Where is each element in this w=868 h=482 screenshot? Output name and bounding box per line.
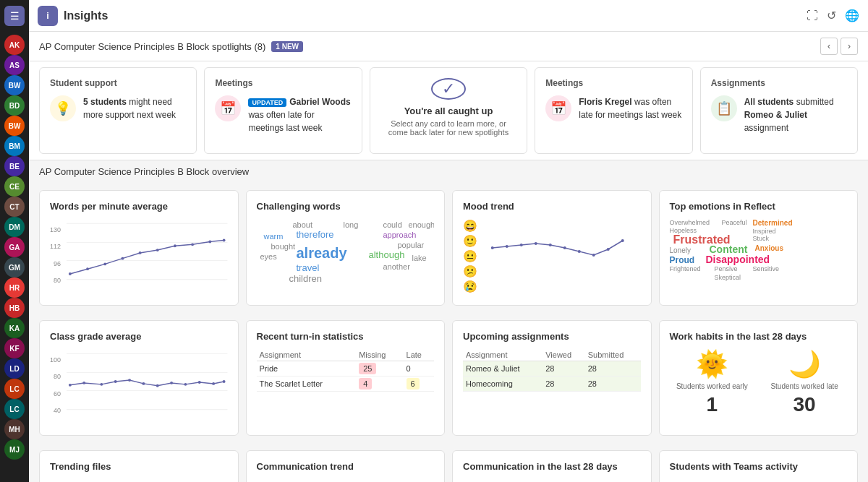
communication-trend-widget[interactable]: Communication trend <box>246 450 446 482</box>
teams-activity-widget[interactable]: Students with Teams activity <box>659 450 859 482</box>
sidebar-avatar-hb[interactable]: HB <box>4 298 25 318</box>
sidebar-avatar-gm[interactable]: GM <box>4 257 25 277</box>
sidebar-avatar-bw2[interactable]: BW <box>4 116 25 136</box>
word-bought: bought <box>271 242 296 251</box>
globe-icon[interactable]: 🌐 <box>845 9 859 22</box>
col-assignment: Assignment <box>257 349 357 361</box>
challenging-words-title: Challenging words <box>257 201 435 212</box>
minimize-icon[interactable]: ⛶ <box>807 9 818 22</box>
late-pride: 0 <box>404 361 434 376</box>
work-habits-widget[interactable]: Work habits in the last 28 days 🌞 Studen… <box>659 320 859 436</box>
word-could: could <box>383 220 402 229</box>
words-per-minute-widget[interactable]: Words per minute average 1301129680 <box>39 190 239 306</box>
sidebar-avatar-ak[interactable]: AK <box>4 35 25 55</box>
sidebar-avatar-bw[interactable]: BW <box>4 75 25 95</box>
emotion-lonely: Lonely <box>670 246 691 254</box>
card-title-student-support: Student support <box>50 78 186 88</box>
sidebar: ☰ AKASBWBDBWBMBECECTDMGAGMHRHBKAKFLDLCLC… <box>0 0 29 482</box>
mood-svg <box>482 219 641 277</box>
missing-scarlet: 4 <box>356 376 403 392</box>
ua-romeo-submitted: 28 <box>585 361 641 376</box>
turn-in-table: Assignment Missing Late Pride 25 0 The S… <box>257 349 435 392</box>
student-support-card[interactable]: Student support 💡 5 students might need … <box>39 67 197 154</box>
overview-title: AP Computer Science Principles B Block o… <box>39 166 249 177</box>
svg-point-28 <box>69 384 72 387</box>
emotion-sensitive: Sensitive <box>753 265 780 272</box>
svg-point-7 <box>121 257 124 260</box>
sidebar-avatar-mh[interactable]: MH <box>4 419 25 439</box>
sidebar-avatar-bm[interactable]: BM <box>4 136 25 156</box>
early-habit: 🌞 Students worked early 1 <box>670 349 755 416</box>
word-cloud: about long could enough warm therefore a… <box>257 219 435 284</box>
emotion-determined: Determined <box>753 219 793 227</box>
sidebar-avatar-lc2[interactable]: LC <box>4 399 25 419</box>
sidebar-avatar-ld[interactable]: LD <box>4 358 25 379</box>
class-grade-chart: 100806040 <box>50 349 228 414</box>
emotion-pensive: Pensive <box>715 265 738 272</box>
trending-files-widget[interactable]: Trending files <box>39 450 239 482</box>
late-habit: 🌙 Students worked late 30 <box>762 349 847 416</box>
col-late: Late <box>404 349 434 361</box>
sidebar-avatar-ka[interactable]: KA <box>4 318 25 338</box>
sidebar-avatar-dm[interactable]: DM <box>4 217 25 237</box>
trending-files-title: Trending files <box>50 461 228 472</box>
challenging-words-widget[interactable]: Challenging words about long could enoug… <box>246 190 446 306</box>
refresh-icon[interactable]: ↺ <box>827 9 836 22</box>
topbar: i Insights ⛶ ↺ 🌐 <box>29 0 868 32</box>
top-emotions-widget[interactable]: Top emotions in Reflect Overwhelmed Hope… <box>659 190 859 306</box>
sidebar-avatar-ga[interactable]: GA <box>4 237 25 257</box>
prev-button[interactable]: ‹ <box>820 38 838 55</box>
spotlight-bar: AP Computer Science Principles B Block s… <box>29 32 868 61</box>
nav-toggle[interactable]: ☰ <box>4 6 25 26</box>
svg-point-15 <box>506 245 509 248</box>
card-content-meetings-1: 📅 UPDATEDGabriel Woods was often late fo… <box>215 95 351 134</box>
sidebar-avatar-lc[interactable]: LC <box>4 379 25 399</box>
next-button[interactable]: › <box>841 38 858 55</box>
emotion-peaceful: Peaceful <box>722 219 747 226</box>
app-title: Insights <box>64 9 108 22</box>
sidebar-avatar-mj[interactable]: MJ <box>4 439 25 460</box>
word-another: another <box>383 262 410 271</box>
mood-chart: 😄 🙂 😐 😕 😢 <box>463 219 641 277</box>
svg-point-21 <box>592 254 595 257</box>
sidebar-avatar-be[interactable]: BE <box>4 156 25 176</box>
sidebar-avatar-kf[interactable]: KF <box>4 338 25 358</box>
upcoming-table: Assignment Viewed Submitted Romeo & Juli… <box>463 349 641 392</box>
sidebar-avatar-ce[interactable]: CE <box>4 176 25 197</box>
mood-trend-widget[interactable]: Mood trend 😄 🙂 😐 😕 😢 <box>452 190 652 306</box>
meetings-card-2[interactable]: Meetings 📅 Floris Kregel was often late … <box>535 67 692 154</box>
svg-point-23 <box>621 239 624 242</box>
mood-neutral: 😐 <box>463 249 477 263</box>
emotion-inspired: Inspired <box>753 228 776 235</box>
svg-point-12 <box>208 241 211 244</box>
mood-trend-title: Mood trend <box>463 201 641 212</box>
upcoming-assignments-widget[interactable]: Upcoming assignments Assignment Viewed S… <box>452 320 652 436</box>
sidebar-avatar-as[interactable]: AS <box>4 55 25 75</box>
svg-point-10 <box>174 244 176 247</box>
caught-up-card[interactable]: ✓ You're all caught up Select any card t… <box>370 67 527 154</box>
communication-28-widget[interactable]: Communication in the last 28 days <box>452 450 652 482</box>
assignments-card[interactable]: Assignments 📋 All students submitted Rom… <box>700 67 858 154</box>
meetings-icon-2: 📅 <box>545 95 571 121</box>
sidebar-avatar-bd[interactable]: BD <box>4 95 25 116</box>
ua-homecoming-viewed: 28 <box>542 376 585 392</box>
sidebar-avatar-ct[interactable]: CT <box>4 197 25 217</box>
teams-activity-title: Students with Teams activity <box>670 461 848 472</box>
mood-very-happy: 😄 <box>463 219 477 233</box>
upcoming-title: Upcoming assignments <box>463 331 641 342</box>
emotion-disappointed: Disappointed <box>706 254 770 265</box>
turn-in-stats-widget[interactable]: Recent turn-in statistics Assignment Mis… <box>246 320 446 436</box>
card-title-meetings-2: Meetings <box>545 78 681 88</box>
widgets-grid-bottom: Class grade average 100806040 <box>29 313 868 443</box>
svg-point-18 <box>549 244 552 246</box>
sidebar-avatar-hr[interactable]: HR <box>4 277 25 298</box>
meetings-card-1[interactable]: Meetings 📅 UPDATEDGabriel Woods was ofte… <box>204 67 362 154</box>
mood-happy: 🙂 <box>463 234 477 248</box>
word-lake: lake <box>412 254 427 262</box>
student-support-text: 5 students might need more support next … <box>83 95 186 121</box>
card-title-assignments: Assignments <box>711 78 847 88</box>
svg-point-38 <box>212 382 215 385</box>
spotlight-cards: Student support 💡 5 students might need … <box>29 61 868 160</box>
class-grade-widget[interactable]: Class grade average 100806040 <box>39 320 239 436</box>
svg-point-9 <box>156 249 159 251</box>
